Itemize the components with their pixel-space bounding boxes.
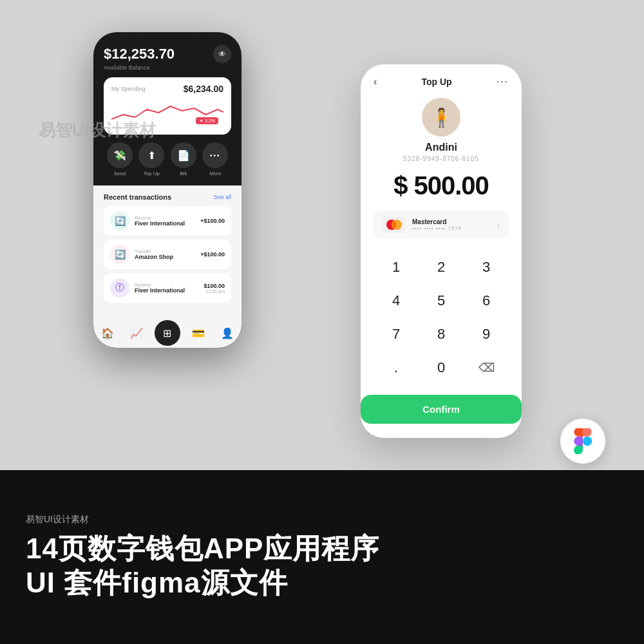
topup-icon: ⬆ — [138, 142, 164, 168]
tx-name-1: Fiver International — [135, 220, 185, 227]
tx-type-1: Receive — [135, 216, 185, 220]
key-backspace[interactable]: ⌫ — [464, 351, 509, 384]
phone-right: ‹ Top Up ··· 🧍 Andini 5328-9949-8706-610… — [361, 64, 522, 438]
tx-name-2: Amazon Shop — [135, 254, 173, 260]
transactions-header: Recent transactions See all — [104, 193, 231, 201]
key-0[interactable]: 0 — [419, 351, 464, 384]
mastercard-icon — [383, 217, 406, 232]
bill-label: Bill — [180, 171, 187, 176]
send-icon: 💸 — [107, 142, 133, 168]
key-3[interactable]: 3 — [464, 251, 509, 284]
action-bill[interactable]: 📄 Bill — [171, 142, 196, 176]
phone-left: $12,253.70 👁 Available Balance My Spendi… — [93, 32, 242, 348]
action-topup[interactable]: ⬆ Top Up — [138, 142, 164, 176]
tx-amount-1: +$100.00 — [200, 218, 225, 224]
topup-amount: $ 500.00 — [374, 171, 509, 200]
table-row: 🔄 Receive Fiver International +$100.00 — [104, 206, 231, 236]
tx-icon-receive2: ⓕ — [110, 278, 129, 298]
action-send[interactable]: 💸 Send — [107, 142, 133, 176]
change-badge: ▼ 3.2% — [196, 117, 218, 124]
avatar: 🧍 — [422, 98, 460, 137]
key-7[interactable]: 7 — [374, 317, 419, 351]
see-all-link[interactable]: See all — [213, 194, 231, 200]
nav-chart[interactable]: 📈 — [126, 323, 147, 343]
background: 易智UI设计素材 $12,253.70 👁 Available Balance … — [0, 0, 644, 644]
card-name: Mastercard — [412, 218, 462, 225]
user-name: Andini — [425, 142, 457, 153]
more-icon: ••• — [202, 142, 228, 168]
spending-label: My Spending — [111, 86, 146, 92]
balance-amount: $12,253.70 — [104, 46, 175, 62]
key-6[interactable]: 6 — [464, 284, 509, 317]
numpad: 1 2 3 4 5 6 7 8 9 . 0 ⌫ — [374, 251, 509, 384]
nav-profile[interactable]: 👤 — [217, 323, 238, 343]
transactions-title: Recent transactions — [104, 193, 171, 201]
eye-icon[interactable]: 👁 — [213, 45, 231, 63]
bottom-bar: 易智UI设计素材 14页数字钱包APP应用程序 UI 套件figma源文件 — [0, 470, 644, 644]
avatar-section: 🧍 Andini 5328-9949-8706-6105 — [374, 98, 509, 162]
key-9[interactable]: 9 — [464, 317, 509, 351]
tx-icon-transfer: 🔄 — [110, 245, 129, 264]
quick-actions: 💸 Send ⬆ Top Up 📄 Bill ••• More — [104, 142, 231, 185]
back-button[interactable]: ‹ — [374, 76, 377, 88]
key-dot[interactable]: . — [374, 351, 419, 384]
table-row: 🔄 Transfer Amazon Shop +$100.00 — [104, 240, 231, 269]
tx-name-3: Fiver International — [135, 287, 185, 294]
key-2[interactable]: 2 — [419, 251, 464, 284]
topup-title: Top Up — [421, 77, 451, 87]
nav-card[interactable]: 💳 — [188, 323, 209, 343]
more-button[interactable]: ··· — [497, 76, 509, 88]
send-label: Send — [113, 171, 126, 176]
white-section: Recent transactions See all 🔄 Receive Fi… — [93, 185, 242, 314]
tx-type-2: Transfer — [135, 249, 173, 254]
brand-label: 易智UI设计素材 — [26, 514, 89, 526]
watermark: 易智UI设计素材 — [39, 119, 156, 142]
confirm-button[interactable]: Confirm — [361, 395, 522, 424]
user-card-number: 5328-9949-8706-6105 — [403, 155, 479, 162]
spending-amount: $6,234.00 — [184, 84, 223, 94]
tx-icon-receive: 🔄 — [110, 211, 129, 231]
action-more[interactable]: ••• More — [202, 142, 228, 176]
key-1[interactable]: 1 — [374, 251, 419, 284]
figma-badge — [560, 419, 605, 464]
figma-icon — [570, 428, 596, 454]
key-4[interactable]: 4 — [374, 284, 419, 317]
tx-amount-2: +$100.00 — [200, 251, 225, 258]
key-5[interactable]: 5 — [419, 284, 464, 317]
nav-scan[interactable]: ⊞ — [155, 320, 180, 346]
topup-header: ‹ Top Up ··· — [374, 76, 509, 88]
nav-home[interactable]: 🏠 — [97, 323, 118, 343]
bottom-nav: 🏠 📈 ⊞ 💳 👤 — [93, 314, 242, 348]
tx-time-3: 12:00 pm — [204, 289, 225, 294]
card-number: •••• •••• •••• 7576 — [412, 225, 462, 231]
table-row: ⓕ Receive Fiver International $100.00 12… — [104, 273, 231, 303]
tx-type-3: Receive — [135, 283, 185, 287]
card-row[interactable]: Mastercard •••• •••• •••• 7576 › — [374, 211, 509, 239]
balance-label: Available Balance — [104, 64, 231, 71]
key-8[interactable]: 8 — [419, 317, 464, 351]
topup-label: Top Up — [144, 171, 160, 176]
main-title: 14页数字钱包APP应用程序 UI 套件figma源文件 — [26, 532, 379, 600]
more-label: More — [209, 171, 221, 176]
card-chevron-icon: › — [497, 220, 500, 230]
bill-icon: 📄 — [171, 142, 196, 168]
tx-amount-3: $100.00 — [204, 283, 225, 289]
